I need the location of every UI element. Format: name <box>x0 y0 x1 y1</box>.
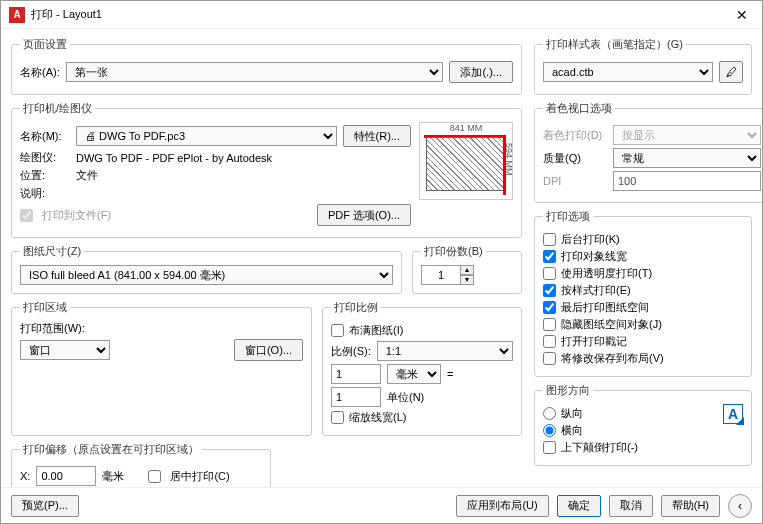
window-title: 打印 - Layout1 <box>31 7 730 22</box>
dpi-input <box>613 171 761 191</box>
print-dialog: A 打印 - Layout1 ✕ 页面设置 名称(A): 第一张 添加(.)..… <box>0 0 763 524</box>
style-table-legend: 打印样式表（画笔指定）(G) <box>543 37 686 52</box>
plot-offset-legend: 打印偏移（原点设置在可打印区域） <box>20 442 202 457</box>
page-setup-legend: 页面设置 <box>20 37 70 52</box>
plot-stamp-checkbox[interactable] <box>543 335 556 348</box>
center-plot-label: 居中打印(C) <box>170 469 229 484</box>
bg-plot-checkbox[interactable] <box>543 233 556 246</box>
orientation-group: 图形方向 纵向 横向 上下颠倒打印(-) A <box>534 383 752 466</box>
landscape-radio[interactable] <box>543 424 556 437</box>
portrait-radio[interactable] <box>543 407 556 420</box>
orientation-icon: A <box>723 404 743 424</box>
quality-select[interactable]: 常规 <box>613 148 761 168</box>
scale-equals: = <box>447 368 453 380</box>
printer-properties-button[interactable]: 特性(R)... <box>343 125 411 147</box>
preview-width-label: 841 MM <box>420 123 512 133</box>
copies-group: 打印份数(B) ▲▼ <box>412 244 522 294</box>
ok-button[interactable]: 确定 <box>557 495 601 517</box>
preview-height-label: 594 MM <box>504 143 514 176</box>
shade-plot-select: 按显示 <box>613 125 761 145</box>
style-table-group: 打印样式表（画笔指定）(G) acad.ctb 🖊 <box>534 37 752 95</box>
collapse-button[interactable]: ‹ <box>728 494 752 518</box>
scale-unit2-label: 单位(N) <box>387 390 424 405</box>
offset-x-unit: 毫米 <box>102 469 124 484</box>
plot-range-label: 打印范围(W): <box>20 321 303 336</box>
transparency-checkbox[interactable] <box>543 267 556 280</box>
plot-area-legend: 打印区域 <box>20 300 70 315</box>
shaded-viewport-legend: 着色视口选项 <box>543 101 615 116</box>
plot-to-file-checkbox <box>20 209 33 222</box>
plot-options-legend: 打印选项 <box>543 209 593 224</box>
style-table-select[interactable]: acad.ctb <box>543 62 713 82</box>
where-label: 位置: <box>20 168 70 183</box>
page-name-select[interactable]: 第一张 <box>66 62 444 82</box>
hide-paperspace-checkbox[interactable] <box>543 318 556 331</box>
paper-size-select[interactable]: ISO full bleed A1 (841.00 x 594.00 毫米) <box>20 265 393 285</box>
copies-input[interactable] <box>421 265 461 285</box>
offset-x-label: X: <box>20 470 30 482</box>
plotter-label: 绘图仪: <box>20 150 70 165</box>
printer-group: 打印机/绘图仪 名称(M): 🖨 DWG To PDF.pc3 特性(R)...… <box>11 101 522 238</box>
plot-range-select[interactable]: 窗口 <box>20 340 110 360</box>
paper-size-group: 图纸尺寸(Z) ISO full bleed A1 (841.00 x 594.… <box>11 244 402 294</box>
center-plot-checkbox[interactable] <box>148 470 161 483</box>
shade-plot-label: 着色打印(D) <box>543 128 607 143</box>
plot-options-group: 打印选项 后台打印(K) 打印对象线宽 使用透明度打印(T) 按样式打印(E) … <box>534 209 752 377</box>
dialog-footer: 预览(P)... 应用到布局(U) 确定 取消 帮助(H) ‹ <box>1 487 762 523</box>
copies-legend: 打印份数(B) <box>421 244 486 259</box>
save-layout-checkbox[interactable] <box>543 352 556 365</box>
plotter-value: DWG To PDF - PDF ePlot - by Autodesk <box>76 152 272 164</box>
close-button[interactable]: ✕ <box>730 7 754 23</box>
pdf-options-button[interactable]: PDF 选项(O)... <box>317 204 411 226</box>
cancel-button[interactable]: 取消 <box>609 495 653 517</box>
scale-mm-input[interactable] <box>331 364 381 384</box>
autocad-icon: A <box>9 7 25 23</box>
scale-lineweight-label: 缩放线宽(L) <box>349 410 406 425</box>
fit-to-paper-label: 布满图纸(I) <box>349 323 403 338</box>
offset-x-input[interactable] <box>36 466 96 486</box>
style-table-edit-button[interactable]: 🖊 <box>719 61 743 83</box>
page-name-label: 名称(A): <box>20 65 60 80</box>
printer-legend: 打印机/绘图仪 <box>20 101 95 116</box>
where-value: 文件 <box>76 168 98 183</box>
lineweights-checkbox[interactable] <box>543 250 556 263</box>
copies-down[interactable]: ▼ <box>460 275 474 285</box>
scale-lineweight-checkbox[interactable] <box>331 411 344 424</box>
scale-unit-select[interactable]: 毫米 <box>387 364 441 384</box>
plot-styles-checkbox[interactable] <box>543 284 556 297</box>
plot-scale-legend: 打印比例 <box>331 300 381 315</box>
upside-down-checkbox[interactable] <box>543 441 556 454</box>
plot-to-file-label: 打印到文件(F) <box>42 208 111 223</box>
orientation-legend: 图形方向 <box>543 383 593 398</box>
quality-label: 质量(Q) <box>543 151 607 166</box>
window-pick-button[interactable]: 窗口(O)... <box>234 339 303 361</box>
paper-preview: 841 MM 594 MM <box>419 122 513 200</box>
plot-offset-group: 打印偏移（原点设置在可打印区域） X: 毫米 居中打印(C) Y: 毫米 <box>11 442 271 487</box>
scale-label: 比例(S): <box>331 344 371 359</box>
scale-select[interactable]: 1:1 <box>377 341 513 361</box>
scale-unit-input[interactable] <box>331 387 381 407</box>
copies-up[interactable]: ▲ <box>460 265 474 275</box>
paper-size-legend: 图纸尺寸(Z) <box>20 244 84 259</box>
dpi-label: DPI <box>543 175 607 187</box>
shaded-viewport-group: 着色视口选项 着色打印(D)按显示 质量(Q)常规 DPI <box>534 101 762 203</box>
titlebar: A 打印 - Layout1 ✕ <box>1 1 762 29</box>
printer-name-select[interactable]: 🖨 DWG To PDF.pc3 <box>76 126 337 146</box>
fit-to-paper-checkbox[interactable] <box>331 324 344 337</box>
preview-button[interactable]: 预览(P)... <box>11 495 79 517</box>
paperspace-last-checkbox[interactable] <box>543 301 556 314</box>
plot-scale-group: 打印比例 布满图纸(I) 比例(S): 1:1 毫米 = 单位(N) <box>322 300 522 436</box>
add-page-setup-button[interactable]: 添加(.)... <box>449 61 513 83</box>
page-setup-group: 页面设置 名称(A): 第一张 添加(.)... <box>11 37 522 95</box>
apply-to-layout-button[interactable]: 应用到布局(U) <box>456 495 548 517</box>
plot-area-group: 打印区域 打印范围(W): 窗口 窗口(O)... <box>11 300 312 436</box>
help-button[interactable]: 帮助(H) <box>661 495 720 517</box>
printer-name-label: 名称(M): <box>20 129 70 144</box>
desc-label: 说明: <box>20 186 70 201</box>
